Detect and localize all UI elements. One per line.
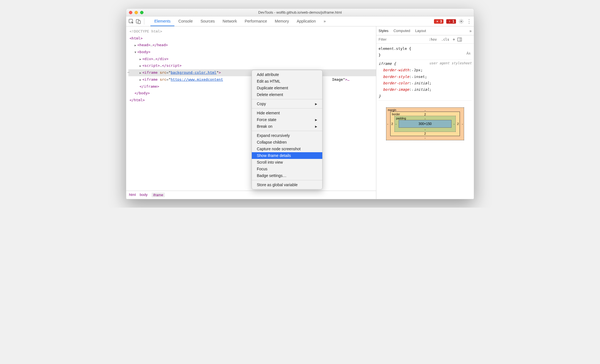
menu-item-add-attribute[interactable]: Add attribute [252, 71, 322, 78]
tab-network[interactable]: Network [219, 16, 241, 26]
menu-item-focus[interactable]: Focus [252, 166, 322, 172]
svg-rect-2 [138, 21, 140, 24]
styles-panel: Styles Computed Layout » :hov .cls + ele… [376, 26, 474, 199]
rule-iframe-ua[interactable]: iframe { user agent stylesheet border-wi… [379, 60, 472, 101]
tab-memory[interactable]: Memory [271, 16, 293, 26]
menu-separator [252, 108, 322, 109]
styles-tabs: Styles Computed Layout » [376, 26, 474, 35]
issue-count: 1 [452, 19, 454, 23]
dom-doctype[interactable]: <!DOCTYPE html> [128, 28, 376, 35]
issue-badge[interactable]: 1 [446, 19, 456, 24]
menu-item-copy[interactable]: Copy▶ [252, 100, 322, 107]
breadcrumb: html body iframe [126, 191, 376, 199]
stab-computed[interactable]: Computed [393, 29, 410, 33]
bm-content[interactable]: 300×150 [399, 120, 452, 128]
crumb-body[interactable]: body [140, 193, 148, 197]
inspect-icon[interactable] [128, 19, 134, 24]
panel-tabs: Elements Console Sources Network Perform… [150, 16, 330, 26]
box-model[interactable]: margin - - - - border 2 2 2 2 padding - [386, 107, 464, 140]
menu-item-delete-element[interactable]: Delete element [252, 91, 322, 98]
menu-item-break-on[interactable]: Break on▶ [252, 123, 322, 130]
traffic-lights [129, 11, 143, 14]
menu-separator [252, 131, 322, 131]
svg-rect-7 [450, 21, 450, 22]
svg-point-9 [461, 21, 462, 22]
tab-application[interactable]: Application [293, 16, 320, 26]
stab-layout[interactable]: Layout [415, 29, 426, 33]
menu-item-scroll-into-view[interactable]: Scroll into view [252, 159, 322, 166]
separator [144, 18, 144, 24]
maximize-window-button[interactable] [140, 11, 143, 14]
content-area: <!DOCTYPE html> <html> ▶<head>…</head> ▼… [126, 26, 474, 199]
issue-icon [448, 20, 451, 23]
css-prop-border-style[interactable]: border-style:▸inset; [379, 73, 472, 80]
bm-border[interactable]: border 2 2 2 2 padding - - - - 300×150 [390, 112, 460, 136]
menu-item-badge-settings-[interactable]: Badge settings… [252, 172, 322, 179]
stab-styles[interactable]: Styles [379, 29, 388, 33]
hov-toggle[interactable]: :hov [428, 38, 438, 41]
svg-rect-10 [458, 38, 462, 41]
error-icon [436, 20, 439, 23]
tabs-overflow-icon[interactable]: » [320, 16, 330, 26]
error-badge[interactable]: 3 [434, 19, 444, 24]
dom-tree[interactable]: <!DOCTYPE html> <html> ▶<head>…</head> ▼… [126, 26, 376, 191]
ua-label: user agent stylesheet [429, 60, 472, 67]
devtools-window: DevTools - wolfib.github.io/web-demos/js… [126, 8, 474, 199]
dom-body-open[interactable]: ▼<body> [128, 49, 376, 56]
window-title: DevTools - wolfib.github.io/web-demos/js… [126, 10, 474, 14]
menu-item-store-as-global-variable[interactable]: Store as global variable [252, 181, 322, 188]
menu-item-edit-as-html[interactable]: Edit as HTML [252, 78, 322, 85]
menu-item-show-iframe-details[interactable]: Show iframe details [252, 152, 322, 159]
error-count: 3 [440, 19, 442, 23]
menu-item-collapse-children[interactable]: Collapse children [252, 139, 322, 146]
crumb-iframe[interactable]: iframe [152, 193, 165, 197]
device-toggle-icon[interactable] [136, 19, 141, 24]
context-menu: Add attributeEdit as HTMLDuplicate eleme… [252, 70, 323, 190]
bm-margin[interactable]: margin - - - - border 2 2 2 2 padding - [386, 107, 464, 140]
css-prop-border-width[interactable]: border-width:▸2px; [379, 67, 472, 73]
sidebar-toggle-icon[interactable] [457, 38, 462, 41]
tab-elements[interactable]: Elements [150, 16, 174, 26]
dom-div[interactable]: ▶<div>…</div> [128, 56, 376, 63]
crumb-html[interactable]: html [129, 193, 136, 197]
font-size-icon[interactable]: AA [467, 50, 470, 57]
new-rule-icon[interactable]: + [453, 37, 455, 42]
main-toolbar: Elements Console Sources Network Perform… [126, 16, 474, 26]
dom-head[interactable]: ▶<head>…</head> [128, 42, 376, 49]
css-prop-border-color[interactable]: border-color:▸initial; [379, 80, 472, 86]
toolbar-right: 3 1 ⋮ [434, 19, 472, 24]
styles-filter-input[interactable] [379, 37, 425, 41]
tab-performance[interactable]: Performance [241, 16, 271, 26]
menu-item-expand-recursively[interactable]: Expand recursively [252, 132, 322, 139]
settings-icon[interactable] [459, 19, 464, 24]
tab-console[interactable]: Console [174, 16, 196, 26]
svg-rect-8 [450, 22, 450, 22]
bm-padding[interactable]: padding - - - - 300×150 [394, 116, 456, 132]
styles-overflow-icon[interactable]: » [469, 29, 472, 33]
menu-separator [252, 99, 322, 99]
dom-script[interactable]: ▶<script>…</script> [128, 62, 376, 69]
elements-panel: <!DOCTYPE html> <html> ▶<head>…</head> ▼… [126, 26, 376, 199]
tab-sources[interactable]: Sources [197, 16, 219, 26]
close-window-button[interactable] [129, 11, 132, 14]
menu-separator [252, 180, 322, 180]
minimize-window-button[interactable] [135, 11, 138, 14]
css-prop-border-image[interactable]: border-image:▸initial; [379, 86, 472, 93]
dom-html-open[interactable]: <html> [128, 35, 376, 42]
menu-item-duplicate-element[interactable]: Duplicate element [252, 85, 322, 91]
menu-item-hide-element[interactable]: Hide element [252, 110, 322, 116]
styles-filter-row: :hov .cls + [376, 35, 474, 44]
cls-toggle[interactable]: .cls [440, 38, 450, 41]
styles-rules: element.style { } AA iframe { user agent… [376, 44, 474, 102]
menu-item-force-state[interactable]: Force state▶ [252, 116, 322, 123]
menu-item-capture-node-screenshot[interactable]: Capture node screenshot [252, 146, 322, 152]
titlebar: DevTools - wolfib.github.io/web-demos/js… [126, 9, 474, 16]
rule-element-style[interactable]: element.style { } AA [379, 45, 472, 60]
